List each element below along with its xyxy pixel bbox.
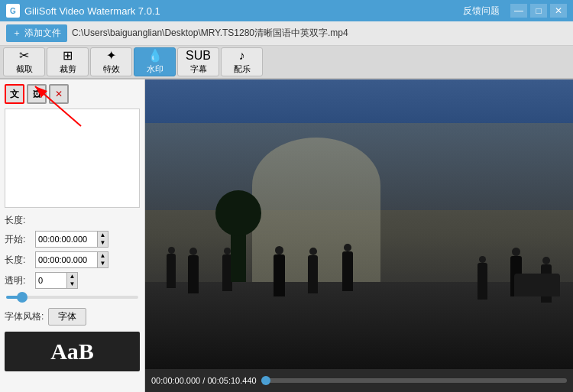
img-wm-icon: 🖼 [33,89,41,99]
left-panel: 文 🖼 ✕ [0,79,145,392]
file-path: C:\Users\baiguanglian\Desktop\MRY.TS1280… [72,27,567,40]
font-select-button[interactable]: 字体 [48,308,86,326]
start-time-input-wrap: ▲ ▼ [35,231,108,248]
image-watermark-button[interactable]: 🖼 [27,84,47,104]
title-bar: G GiliSoft Video Watermark 7.0.1 反馈问题 — … [0,0,573,21]
figure-4 [274,254,285,296]
start-time-row: 开始: ▲ ▼ [5,231,140,248]
tab-subtitle[interactable]: SUB 字幕 [177,47,219,76]
start-time-input[interactable] [36,232,97,247]
title-bar-right: 反馈问题 — □ ✕ [463,4,567,18]
tab-capture[interactable]: ✂ 截取 [3,47,45,76]
opacity-slider-row [5,293,140,302]
close-button[interactable]: ✕ [550,4,567,18]
subtitle-label: 字幕 [190,63,207,75]
progress-thumb[interactable] [261,376,270,385]
font-preview: AaB [5,332,140,371]
duration-input-wrap: ▲ ▼ [35,251,108,268]
capture-icon: ✂ [19,50,29,62]
delete-wm-icon: ✕ [55,89,63,99]
figure-1 [167,254,176,288]
figure-7 [478,263,487,300]
time-display: 00:00:00.000 / 00:05:10.440 [151,376,257,385]
opacity-row: 透明: ▲ ▼ [5,272,140,289]
maximize-button[interactable]: □ [530,4,547,18]
video-area [145,79,573,369]
duration-spinners: ▲ ▼ [97,252,108,267]
opacity-label: 透明: [5,274,32,287]
main-content: 文 🖼 ✕ [0,79,573,392]
tree-trunk [231,221,246,282]
add-file-button[interactable]: ＋ 添加文件 [6,24,67,42]
file-bar: ＋ 添加文件 C:\Users\baiguanglian\Desktop\MRY… [0,21,573,46]
opacity-slider-track[interactable] [6,296,138,299]
watermark-icon: 💧 [147,50,163,62]
tab-music[interactable]: ♪ 配乐 [221,47,263,76]
start-label: 开始: [5,233,32,246]
watermark-preview [5,109,140,208]
start-time-up[interactable]: ▲ [97,232,108,239]
car-silhouette [514,274,560,296]
opacity-input[interactable] [36,273,66,288]
effects-icon: ✦ [106,50,116,62]
duration-down[interactable]: ▼ [97,260,108,267]
opacity-spinners: ▲ ▼ [66,273,77,288]
length-row-top: 长度: [5,214,140,227]
feedback-link[interactable]: 反馈问题 [463,5,500,18]
duration-up[interactable]: ▲ [97,252,108,260]
subtitle-icon: SUB [186,50,211,62]
add-icon: ＋ [12,27,21,40]
watermark-tools: 文 🖼 ✕ [5,84,140,104]
tree-foliage [215,190,261,236]
duration-row: 长度: ▲ ▼ [5,251,140,268]
duration-label: 长度: [5,254,32,267]
opacity-down[interactable]: ▼ [66,280,77,288]
font-preview-text: AaB [50,339,94,364]
font-style-label: 字体风格: [5,310,44,323]
delete-watermark-button[interactable]: ✕ [49,84,69,104]
figure-6 [342,251,353,291]
minimize-button[interactable]: — [510,4,527,18]
start-time-spinners: ▲ ▼ [97,232,108,247]
ground-element [145,282,573,369]
duration-input[interactable] [36,252,97,267]
effects-label: 特效 [103,63,120,75]
crop-label: 裁剪 [60,63,76,75]
watermark-label: 水印 [147,63,163,75]
crop-icon: ⊞ [63,50,73,62]
app-title: GiliSoft Video Watermark 7.0.1 [24,5,160,17]
add-file-label: 添加文件 [24,27,61,40]
text-watermark-button[interactable]: 文 [5,84,24,104]
title-bar-left: G GiliSoft Video Watermark 7.0.1 [6,4,160,18]
tab-effects[interactable]: ✦ 特效 [90,47,132,76]
video-scene [145,79,573,369]
tab-crop[interactable]: ⊞ 裁剪 [47,47,89,76]
start-time-down[interactable]: ▼ [97,239,108,247]
toolbar: ✂ 截取 ⊞ 裁剪 ✦ 特效 💧 水印 SUB 字幕 ♪ 配乐 [0,46,573,79]
progress-bar[interactable] [261,378,567,383]
right-panel: 00:00:00.000 / 00:05:10.440 [145,79,573,392]
capture-label: 截取 [16,63,33,75]
figure-5 [308,255,318,293]
opacity-up[interactable]: ▲ [66,273,77,280]
figure-2 [188,255,199,293]
video-controls: 00:00:00.000 / 00:05:10.440 [145,369,573,392]
length-top-label: 长度: [5,214,32,227]
font-style-row: 字体风格: 字体 [5,308,140,326]
opacity-slider-thumb[interactable] [17,292,28,303]
app-logo: G [6,4,20,18]
opacity-input-wrap: ▲ ▼ [35,272,78,289]
music-icon: ♪ [239,50,245,62]
music-label: 配乐 [234,63,251,75]
text-wm-icon: 文 [10,88,19,101]
tab-watermark[interactable]: 💧 水印 [134,47,176,76]
